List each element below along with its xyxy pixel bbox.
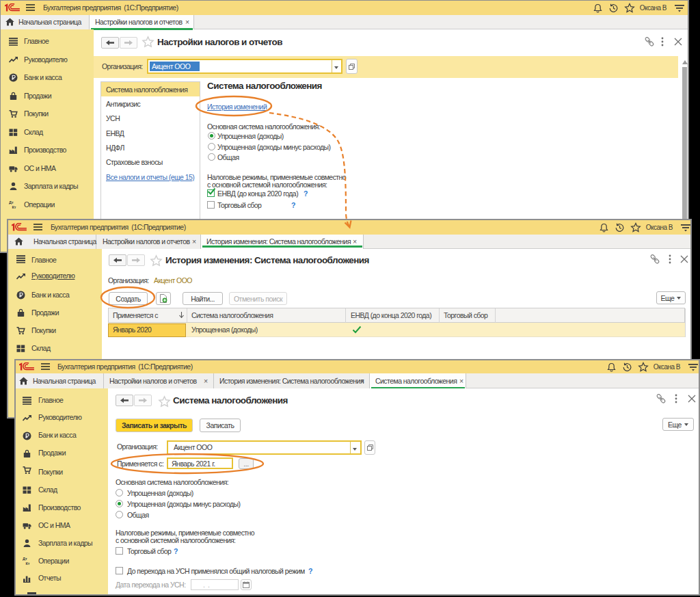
svg-text:Дт: Дт <box>9 200 14 204</box>
svg-text:Кт: Кт <box>12 205 16 209</box>
svg-text:Кт: Кт <box>25 561 29 566</box>
svg-text:Дт: Дт <box>23 557 27 561</box>
